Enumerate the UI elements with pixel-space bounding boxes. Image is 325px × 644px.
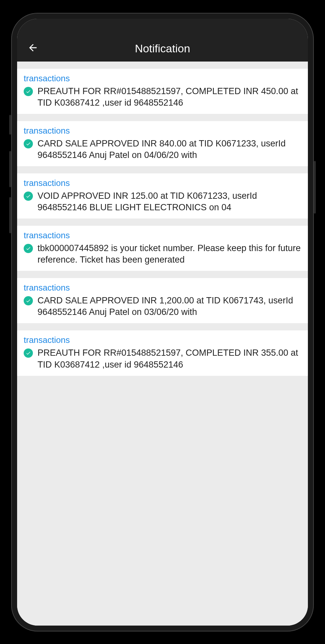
spacer: [17, 114, 308, 121]
notification-category: transactions: [24, 126, 301, 136]
phone-screen: Notification transactions PREAUTH FOR RR…: [17, 19, 308, 626]
phone-side-button: [314, 161, 316, 214]
app-header: Notification: [17, 19, 308, 62]
notification-row: PREAUTH FOR RR#015488521597, COMPLETED I…: [24, 347, 301, 370]
notification-row: tbk000007445892 is your ticket number. P…: [24, 243, 301, 266]
notification-category: transactions: [24, 335, 301, 345]
list-item[interactable]: transactions VOID APPROVED INR 125.00 at…: [17, 173, 308, 219]
list-item[interactable]: transactions CARD SALE APPROVED INR 1,20…: [17, 278, 308, 323]
notification-row: CARD SALE APPROVED INR 840.00 at TID K06…: [24, 138, 301, 161]
notification-category: transactions: [24, 230, 301, 241]
check-circle-icon: [24, 296, 33, 305]
phone-side-button: [9, 197, 11, 233]
notification-row: CARD SALE APPROVED INR 1,200.00 at TID K…: [24, 295, 301, 318]
phone-frame: Notification transactions PREAUTH FOR RR…: [11, 13, 314, 631]
phone-side-button: [9, 151, 11, 187]
notification-row: PREAUTH FOR RR#015488521597, COMPLETED I…: [24, 86, 301, 109]
check-circle-icon: [24, 348, 33, 358]
notification-text: PREAUTH FOR RR#015488521597, COMPLETED I…: [38, 347, 301, 370]
phone-side-button: [9, 115, 11, 135]
notification-text: tbk000007445892 is your ticket number. P…: [38, 243, 301, 266]
notification-category: transactions: [24, 283, 301, 293]
spacer: [17, 323, 308, 330]
notification-category: transactions: [24, 178, 301, 188]
spacer: [17, 166, 308, 173]
list-item[interactable]: transactions CARD SALE APPROVED INR 840.…: [17, 121, 308, 166]
back-arrow-icon: [27, 42, 38, 53]
check-circle-icon: [24, 244, 33, 253]
check-circle-icon: [24, 192, 33, 201]
check-circle-icon: [24, 87, 33, 96]
notification-list[interactable]: transactions PREAUTH FOR RR#015488521597…: [17, 62, 308, 626]
notification-row: VOID APPROVED INR 125.00 at TID K0671233…: [24, 190, 301, 213]
notification-text: PREAUTH FOR RR#015488521597, COMPLETED I…: [38, 86, 301, 109]
spacer: [17, 271, 308, 278]
spacer: [17, 62, 308, 69]
check-circle-icon: [24, 139, 33, 148]
back-button[interactable]: [26, 41, 39, 54]
notification-text: CARD SALE APPROVED INR 1,200.00 at TID K…: [38, 295, 301, 318]
list-item[interactable]: transactions tbk000007445892 is your tic…: [17, 226, 308, 271]
notification-text: VOID APPROVED INR 125.00 at TID K0671233…: [38, 190, 301, 213]
spacer: [17, 219, 308, 226]
list-item[interactable]: transactions PREAUTH FOR RR#015488521597…: [17, 69, 308, 114]
notification-category: transactions: [24, 73, 301, 84]
page-title: Notification: [17, 42, 308, 55]
list-item[interactable]: transactions PREAUTH FOR RR#015488521597…: [17, 330, 308, 375]
notification-text: CARD SALE APPROVED INR 840.00 at TID K06…: [38, 138, 301, 161]
